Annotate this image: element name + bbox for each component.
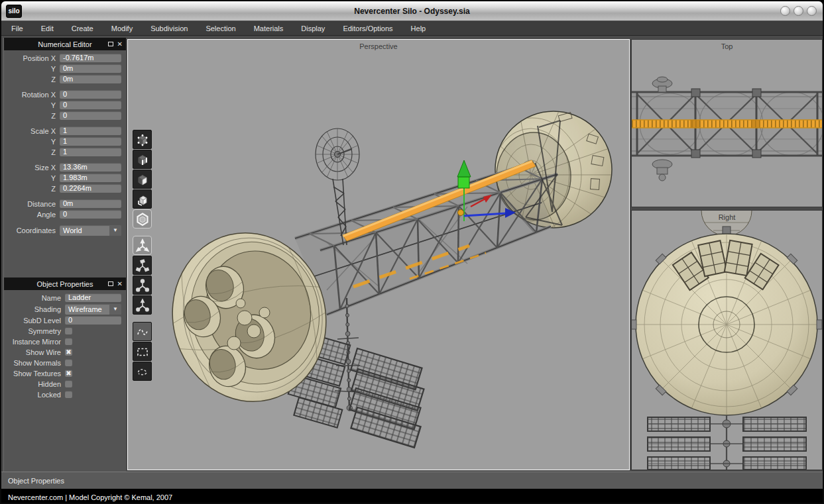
rect-select-button[interactable] — [133, 342, 152, 361]
object-name-input[interactable]: Ladder — [65, 293, 121, 302]
field-label: Z — [4, 185, 60, 193]
move-tool-button[interactable] — [133, 236, 152, 255]
workspace: Numerical Editor ✕ Position X-0.7617m Y0… — [1, 36, 823, 472]
viewport-label: Top — [632, 42, 822, 50]
field-label: Size X — [4, 164, 60, 172]
window-minimize-button[interactable] — [780, 6, 790, 16]
spacecraft-model-top[interactable] — [632, 40, 822, 207]
scale-y-input[interactable]: 1 — [60, 137, 121, 146]
object-mode-button[interactable] — [133, 209, 152, 228]
sidebar: Numerical Editor ✕ Position X-0.7617m Y0… — [3, 38, 126, 472]
spacecraft-model-perspective[interactable] — [128, 40, 629, 470]
rotation-z-input[interactable]: 0 — [60, 111, 121, 120]
hidden-checkbox[interactable] — [65, 380, 72, 387]
vertex-mode-button[interactable] — [133, 130, 152, 149]
position-x-input[interactable]: -0.7617m — [60, 54, 121, 62]
position-z-input[interactable]: 0m — [60, 75, 121, 83]
field-label: Y — [4, 174, 60, 182]
footer-text: Nevercenter.com | Model Copyright © Kema… — [8, 493, 172, 501]
panel-close-icon[interactable]: ✕ — [117, 41, 123, 48]
size-x-input[interactable]: 13.36m — [60, 163, 121, 172]
window-maximize-button[interactable] — [794, 6, 803, 16]
menu-selection[interactable]: Selection — [206, 25, 235, 32]
menu-bar: File Edit Create Modify Subdivision Sele… — [1, 21, 823, 36]
perspective-viewport[interactable]: Perspective — [127, 39, 630, 470]
menu-help[interactable]: Help — [411, 25, 426, 32]
field-label: Angle — [4, 211, 60, 219]
numerical-editor-panel: Numerical Editor ✕ Position X-0.7617m Y0… — [3, 38, 126, 277]
scale-z-input[interactable]: 1 — [60, 148, 121, 156]
size-y-input[interactable]: 1.983m — [60, 174, 121, 182]
menu-editors-options[interactable]: Editors/Options — [343, 25, 392, 32]
ladder-top-view[interactable] — [632, 120, 822, 128]
coordinates-select[interactable]: World ▼ — [60, 225, 121, 236]
chevron-down-icon[interactable]: ▼ — [109, 225, 121, 236]
field-label: Show Normals — [4, 359, 65, 367]
edge-mode-button[interactable] — [133, 150, 152, 169]
symmetry-checkbox[interactable] — [65, 327, 72, 334]
footer-bar: Nevercenter.com | Model Copyright © Kema… — [1, 489, 823, 504]
distance-input[interactable]: 0m — [60, 199, 121, 208]
field-label: Distance — [4, 200, 60, 208]
viewport-label: Right — [632, 213, 822, 221]
position-y-input[interactable]: 0m — [60, 64, 121, 73]
menu-modify[interactable]: Modify — [111, 25, 133, 32]
show-wire-checkbox[interactable]: ✖ — [65, 348, 72, 356]
field-label: Y — [4, 65, 60, 73]
menu-display[interactable]: Display — [301, 25, 325, 32]
right-viewport[interactable]: Right — [631, 210, 823, 470]
shading-value: Wireframe — [68, 304, 109, 315]
field-label: Instance Mirror — [4, 338, 65, 346]
panel-minimize-icon[interactable] — [108, 281, 113, 286]
status-bar: Object Properties — [1, 472, 823, 489]
numerical-editor-header[interactable]: Numerical Editor ✕ — [4, 38, 126, 50]
object-properties-header[interactable]: Object Properties ✕ — [4, 277, 126, 290]
field-label: Symmetry — [4, 327, 65, 335]
face-mode-button[interactable] — [133, 170, 152, 189]
field-label: SubD Level — [4, 317, 65, 325]
menu-edit[interactable]: Edit — [41, 25, 54, 32]
spacecraft-model-right[interactable] — [632, 211, 822, 470]
show-textures-checkbox[interactable]: ✖ — [65, 370, 72, 377]
field-label: Z — [4, 76, 60, 83]
menu-materials[interactable]: Materials — [254, 25, 284, 32]
multi-mode-button[interactable] — [133, 189, 152, 209]
scale-tool-button[interactable] — [133, 276, 152, 295]
tool-column — [133, 130, 152, 381]
field-label: Z — [4, 148, 60, 156]
locked-checkbox[interactable] — [65, 391, 72, 398]
chevron-down-icon[interactable]: ▼ — [109, 304, 121, 315]
shading-select[interactable]: Wireframe ▼ — [65, 304, 121, 315]
gizmo-center-handle[interactable] — [458, 210, 464, 216]
solar-array-right-view[interactable] — [648, 415, 806, 470]
subd-level-input[interactable]: 0 — [65, 316, 121, 325]
lasso-select-button[interactable] — [133, 362, 152, 381]
rotate-tool-button[interactable] — [133, 256, 152, 275]
window-close-button[interactable] — [807, 6, 817, 16]
menu-subdivision[interactable]: Subdivision — [150, 25, 188, 32]
scale-x-input[interactable]: 1 — [60, 126, 121, 135]
rotation-x-input[interactable]: 0 — [60, 90, 121, 99]
field-label: Show Wire — [4, 348, 65, 356]
field-label: Scale X — [4, 127, 60, 135]
rotation-y-input[interactable]: 0 — [60, 101, 121, 109]
instance-mirror-checkbox[interactable] — [65, 338, 72, 345]
gizmo-y-arrow[interactable] — [457, 160, 471, 177]
field-label: Locked — [4, 391, 65, 399]
field-label: Rotation X — [4, 91, 60, 99]
top-viewport[interactable]: Top — [631, 39, 823, 207]
universal-manipulator-button[interactable] — [133, 295, 152, 315]
object-properties-panel: Object Properties ✕ NameLadder Shading W… — [3, 277, 126, 472]
titlebar[interactable]: silo Nevercenter Silo - Odyssey.sia — [1, 1, 823, 21]
angle-input[interactable]: 0 — [60, 210, 121, 219]
window-title: Nevercenter Silo - Odyssey.sia — [1, 7, 823, 16]
menu-file[interactable]: File — [11, 25, 23, 32]
paint-select-button[interactable] — [133, 322, 152, 341]
menu-create[interactable]: Create — [72, 25, 93, 32]
gizmo-y-handle[interactable] — [458, 177, 469, 188]
size-z-input[interactable]: 0.2264m — [60, 184, 121, 193]
panel-minimize-icon[interactable] — [108, 42, 113, 46]
panel-close-icon[interactable]: ✕ — [117, 281, 123, 287]
show-normals-checkbox[interactable] — [65, 359, 72, 366]
command-sphere-right-view[interactable] — [632, 234, 822, 415]
